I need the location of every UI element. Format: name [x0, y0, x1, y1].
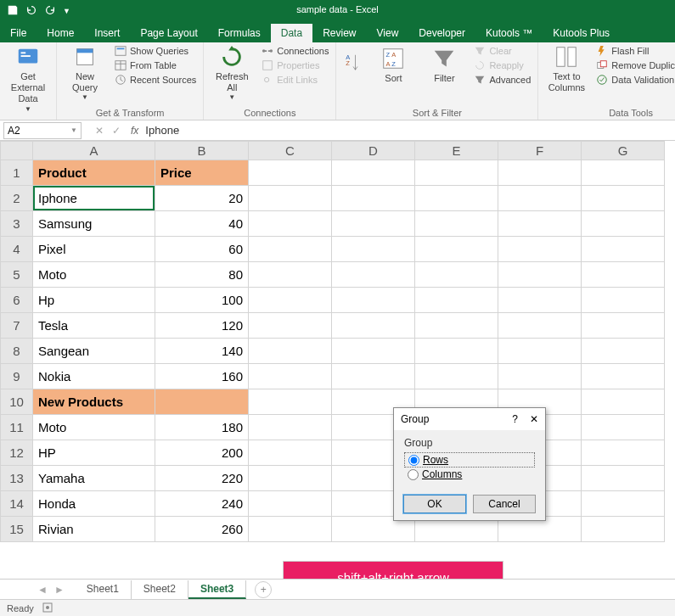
cell[interactable]: 80 [155, 262, 249, 288]
fx-label[interactable]: fx [131, 125, 138, 137]
cell[interactable] [249, 237, 332, 262]
row-header[interactable]: 1 [1, 160, 33, 186]
cell[interactable] [249, 466, 332, 491]
add-sheet-button[interactable]: + [255, 581, 272, 598]
cell[interactable] [415, 237, 498, 262]
refresh-all-button[interactable]: Refresh All▼ [209, 44, 255, 102]
row-header[interactable]: 3 [1, 211, 33, 237]
show-queries-button[interactable]: Show Queries [113, 44, 198, 58]
col-header-D[interactable]: D [332, 142, 415, 160]
cell[interactable] [498, 364, 582, 389]
tab-kutoolsplus[interactable]: Kutools Plus [543, 24, 620, 42]
spreadsheet-grid[interactable]: ABCDEFG 1ProductPrice2Iphone203Samsung40… [0, 141, 665, 542]
cell[interactable]: 20 [155, 186, 249, 211]
col-header-E[interactable]: E [415, 142, 498, 160]
cell[interactable] [582, 466, 665, 491]
cell[interactable]: New Products [33, 389, 155, 415]
radio-rows[interactable]: Rows [404, 452, 535, 468]
tab-view[interactable]: View [367, 24, 409, 42]
redo-icon[interactable] [44, 4, 56, 18]
cell[interactable]: Pixel [33, 237, 155, 262]
tab-pagelayout[interactable]: Page Layout [130, 24, 207, 42]
cell[interactable] [415, 339, 498, 364]
tab-developer[interactable]: Developer [408, 24, 475, 42]
row-header[interactable]: 7 [1, 313, 33, 339]
cell[interactable] [249, 517, 332, 542]
row-header[interactable]: 10 [1, 389, 33, 415]
cell[interactable]: Price [155, 160, 249, 186]
col-header-B[interactable]: B [155, 142, 249, 160]
cancel-button[interactable]: Cancel [473, 495, 536, 513]
cell[interactable] [582, 364, 665, 389]
cell[interactable]: 120 [155, 313, 249, 339]
cell[interactable]: 200 [155, 440, 249, 466]
row-header[interactable]: 12 [1, 440, 33, 466]
cell[interactable] [582, 440, 665, 466]
select-all-corner[interactable] [1, 142, 33, 160]
cell[interactable] [249, 440, 332, 466]
row-header[interactable]: 14 [1, 491, 33, 517]
cell[interactable] [498, 262, 582, 288]
cell[interactable]: Samsung [33, 211, 155, 237]
row-header[interactable]: 4 [1, 237, 33, 262]
cell[interactable]: Moto [33, 262, 155, 288]
data-validation-button[interactable]: Data Validation ▼ [594, 73, 675, 87]
cell[interactable]: 100 [155, 288, 249, 313]
col-header-F[interactable]: F [498, 142, 582, 160]
cell[interactable]: Honda [33, 491, 155, 517]
cell[interactable] [249, 160, 332, 186]
col-header-G[interactable]: G [582, 142, 665, 160]
col-header-A[interactable]: A [33, 142, 155, 160]
cell[interactable]: HP [33, 440, 155, 466]
flash-fill-button[interactable]: Flash Fill [594, 44, 675, 58]
tab-insert[interactable]: Insert [84, 24, 130, 42]
cell[interactable] [249, 389, 332, 415]
cell[interactable] [498, 237, 582, 262]
cell[interactable] [249, 415, 332, 440]
cell[interactable] [498, 186, 582, 211]
ok-button[interactable]: OK [403, 495, 466, 513]
cell[interactable] [582, 339, 665, 364]
qat-dropdown-icon[interactable]: ▼ [63, 7, 70, 15]
cell[interactable] [415, 186, 498, 211]
cell[interactable] [332, 211, 415, 237]
cell[interactable]: 160 [155, 364, 249, 389]
filter-button[interactable]: Filter [421, 44, 467, 87]
undo-icon[interactable] [25, 4, 37, 18]
cell[interactable] [249, 364, 332, 389]
from-table-button[interactable]: From Table [113, 59, 198, 72]
sheet-tab-sheet3[interactable]: Sheet3 [188, 580, 246, 599]
row-header[interactable]: 8 [1, 339, 33, 364]
radio-columns[interactable]: Columns [404, 468, 535, 481]
cell[interactable] [249, 186, 332, 211]
remove-duplicates-button[interactable]: Remove Duplicates [594, 59, 675, 72]
cell[interactable]: Nokia [33, 364, 155, 389]
save-icon[interactable] [7, 4, 19, 18]
row-header[interactable]: 6 [1, 288, 33, 313]
cell[interactable] [415, 262, 498, 288]
tab-kutools[interactable]: Kutools ™ [475, 24, 543, 42]
cell[interactable] [332, 288, 415, 313]
confirm-formula-icon[interactable]: ✓ [112, 125, 121, 137]
text-to-columns-button[interactable]: Text to Columns [543, 44, 589, 93]
cell[interactable] [415, 313, 498, 339]
cell[interactable] [498, 160, 582, 186]
cell[interactable] [249, 339, 332, 364]
radio-rows-input[interactable] [408, 455, 419, 466]
cell[interactable]: Rivian [33, 517, 155, 542]
cell[interactable] [498, 313, 582, 339]
cell[interactable] [332, 186, 415, 211]
sheet-tab-sheet2[interactable]: Sheet2 [132, 580, 188, 599]
tab-data[interactable]: Data [271, 24, 312, 42]
cell[interactable]: 220 [155, 466, 249, 491]
cell[interactable]: 240 [155, 491, 249, 517]
cell[interactable]: 60 [155, 237, 249, 262]
new-query-button[interactable]: New Query▼ [62, 44, 108, 102]
cell[interactable]: Product [33, 160, 155, 186]
cell[interactable] [415, 364, 498, 389]
cell[interactable]: Iphone [33, 186, 155, 211]
row-header[interactable]: 9 [1, 364, 33, 389]
sheet-nav-prev-icon[interactable]: ◄ [34, 584, 51, 596]
cell[interactable] [582, 160, 665, 186]
cell[interactable]: Moto [33, 415, 155, 440]
